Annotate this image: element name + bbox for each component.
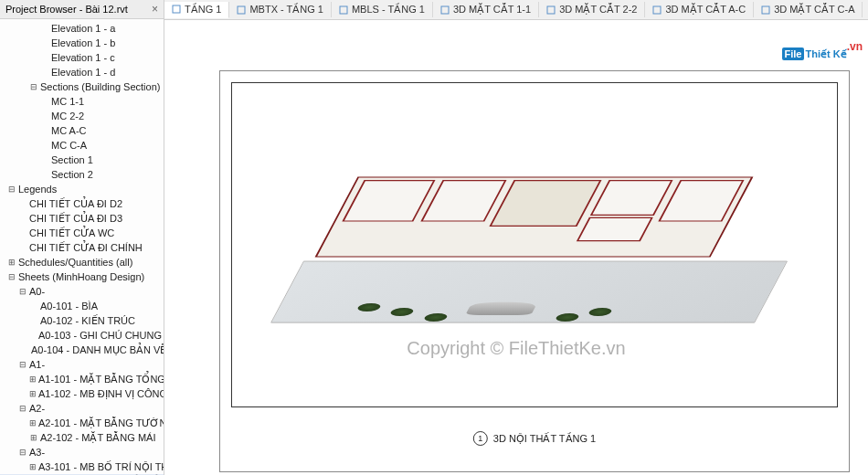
tree-item[interactable]: A0-103 - GHI CHÚ CHUNG xyxy=(0,328,164,343)
tree-item-label: A0-101 - BÌA xyxy=(40,300,98,312)
view-tab-label: MBTX - TẦNG 1 xyxy=(249,4,323,16)
project-browser-panel: Project Browser - Bài 12.rvt × Elevation… xyxy=(0,0,164,475)
view-tab-label: 3D MẶT CẮT 2-2 xyxy=(559,4,637,16)
floorplan-3d-render xyxy=(259,101,810,370)
svg-rect-3 xyxy=(441,6,449,14)
view-tab[interactable]: 3D View 3 xyxy=(863,3,868,17)
tree-item-label: CHI TIẾT CỦA ĐI D3 xyxy=(29,212,122,225)
tree-item[interactable]: A0-101 - BÌA xyxy=(0,299,164,313)
tree-item[interactable]: ⊟A2- xyxy=(0,401,164,416)
view-tab[interactable]: 3D MẶT CẮT 1-1 xyxy=(433,2,539,17)
tree-item-label: Legends xyxy=(18,183,57,195)
close-icon[interactable]: × xyxy=(152,3,158,16)
tree-item[interactable]: ⊞Schedules/Quantities (all) xyxy=(0,255,164,269)
expand-icon[interactable]: ⊞ xyxy=(29,417,37,429)
tree-item-label: A2-101 - MẶT BẰNG TƯỜNG XÂY TẦNG xyxy=(38,417,164,429)
view-title-text: 3D NỘI THẤT TẦNG 1 xyxy=(493,433,596,445)
view-title-marker: 1 xyxy=(473,431,488,446)
tree-item[interactable]: Elevation 1 - c xyxy=(0,50,164,65)
tree-item[interactable]: Section 1 xyxy=(0,153,164,167)
tree-item[interactable]: MC C-A xyxy=(0,138,164,153)
watermark-logo: FileThiết Kế.vn xyxy=(782,40,863,62)
tree-item-label: MC 2-2 xyxy=(51,110,84,122)
tree-item-label: Elevation 1 - d xyxy=(51,66,115,79)
tree-item-label: A2-102 - MẶT BẰNG MÁI xyxy=(40,431,155,444)
tree-item-label: Schedules/Quantities (all) xyxy=(18,256,132,269)
view-tab[interactable]: 3D MẶT CẮT A-C xyxy=(645,2,754,17)
svg-rect-1 xyxy=(238,6,245,14)
tree-item[interactable]: ⊟Legends xyxy=(0,182,164,196)
collapse-icon[interactable]: ⊟ xyxy=(18,358,27,371)
collapse-icon[interactable]: ⊟ xyxy=(7,270,16,283)
view-tab-icon xyxy=(652,5,662,15)
expand-icon[interactable]: ⊞ xyxy=(29,431,38,444)
view-tab-icon xyxy=(172,5,181,14)
tree-item[interactable]: Elevation 1 - b xyxy=(0,36,164,50)
sheet-frame: 1 3D NỘI THẤT TẦNG 1 xyxy=(219,70,850,472)
view-tab-label: 3D MẶT CẮT A-C xyxy=(665,4,746,16)
collapse-icon[interactable]: ⊟ xyxy=(7,183,16,195)
tree-item-label: A3- xyxy=(29,446,45,459)
tree-item[interactable]: ⊞A1-102 - MB ĐỊNH VỊ CÔNG TRÌNH xyxy=(0,386,164,401)
tree-item-label: Elevation 1 - b xyxy=(51,37,115,49)
expand-icon[interactable]: ⊞ xyxy=(29,460,37,473)
view-tab-icon xyxy=(440,5,450,15)
tree-item[interactable]: CHI TIẾT CỦA ĐI D3 xyxy=(0,211,164,226)
tree-item[interactable]: CHI TIẾT CỬA ĐI CHÍNH xyxy=(0,240,164,255)
view-tab-icon xyxy=(339,5,348,15)
tree-item-label: A3-101 - MB BỐ TRÍ NỘI THẤT TẦNG xyxy=(38,460,164,473)
tree-item-label: Section 2 xyxy=(51,168,93,181)
drawing-canvas[interactable]: FileThiết Kế.vn xyxy=(164,20,868,475)
collapse-icon[interactable]: ⊟ xyxy=(18,402,27,415)
tree-item[interactable]: Section 2 xyxy=(0,167,164,182)
expand-icon[interactable]: ⊞ xyxy=(7,256,16,269)
view-tab-label: 3D MẶT CẮT 1-1 xyxy=(453,4,531,16)
tree-item[interactable]: ⊞A2-101 - MẶT BẰNG TƯỜNG XÂY TẦNG xyxy=(0,416,164,430)
tree-item-label: CHI TIẾT CỬA WC xyxy=(29,227,114,239)
tree-item[interactable]: MC 2-2 xyxy=(0,109,164,123)
tree-item[interactable]: MC A-C xyxy=(0,123,164,138)
tree-item[interactable]: ⊟A3- xyxy=(0,445,164,459)
tree-item-label: MC A-C xyxy=(51,124,87,137)
tree-item[interactable]: ⊟Sections (Building Section) xyxy=(0,79,164,94)
tree-item[interactable]: A0-102 - KIẾN TRÚC xyxy=(0,313,164,328)
project-browser-header: Project Browser - Bài 12.rvt × xyxy=(0,0,164,19)
collapse-icon[interactable]: ⊟ xyxy=(18,446,27,459)
view-tab-label: TẦNG 1 xyxy=(185,4,221,16)
tree-item-label: A1-102 - MB ĐỊNH VỊ CÔNG TRÌNH xyxy=(38,387,164,400)
tree-item-label: CHI TIẾT CỦA ĐI D2 xyxy=(29,197,122,210)
svg-rect-6 xyxy=(762,6,769,14)
view-tab[interactable]: 3D MẶT CẮT 2-2 xyxy=(539,2,645,17)
tree-item[interactable]: ⊟A0- xyxy=(0,284,164,299)
tree-item[interactable]: MC 1-1 xyxy=(0,94,164,109)
tree-item-label: Elevation 1 - a xyxy=(51,22,115,35)
tree-item[interactable]: ⊟A1- xyxy=(0,357,164,372)
expand-icon[interactable]: ⊞ xyxy=(29,387,37,400)
tree-item[interactable]: ⊞A1-101 - MẶT BẰNG TỔNG THỂ xyxy=(0,372,164,386)
tree-item[interactable]: Elevation 1 - d xyxy=(0,65,164,79)
tree-item-label: A0- xyxy=(29,285,45,298)
tree-item[interactable]: A0-104 - DANH MỤC BẢN VẼ xyxy=(0,343,164,357)
view-tab[interactable]: MBTX - TẦNG 1 xyxy=(229,2,332,17)
tree-item[interactable]: Elevation 1 - a xyxy=(0,21,164,36)
tree-item[interactable]: ⊞A3-101 - MB BỐ TRÍ NỘI THẤT TẦNG xyxy=(0,459,164,474)
view-tab[interactable]: TẦNG 1 xyxy=(164,2,229,18)
tree-item-label: A0-103 - GHI CHÚ CHUNG xyxy=(38,329,162,342)
tree-item-label: A0-102 - KIẾN TRÚC xyxy=(40,314,135,327)
collapse-icon[interactable]: ⊟ xyxy=(29,80,38,93)
view-tab[interactable]: MBLS - TẦNG 1 xyxy=(332,2,433,17)
tree-item[interactable]: CHI TIẾT CỬA WC xyxy=(0,226,164,240)
viewport-border xyxy=(231,82,838,407)
view-tab[interactable]: 3D MẶT CẮT C-A xyxy=(754,2,863,17)
collapse-icon[interactable]: ⊟ xyxy=(18,285,27,298)
view-tab-label: 3D MẶT CẮT C-A xyxy=(774,4,854,16)
project-tree: Elevation 1 - aElevation 1 - bElevation … xyxy=(0,19,164,475)
tree-item[interactable]: ⊞A2-102 - MẶT BẰNG MÁI xyxy=(0,430,164,445)
tree-item[interactable]: ⊟Sheets (MinhHoang Design) xyxy=(0,269,164,284)
tree-item-label: A2- xyxy=(29,402,45,415)
tree-item[interactable]: CHI TIẾT CỦA ĐI D2 xyxy=(0,196,164,211)
tree-item-label: A1- xyxy=(29,358,45,371)
expand-icon[interactable]: ⊞ xyxy=(29,373,37,385)
view-title: 1 3D NỘI THẤT TẦNG 1 xyxy=(473,431,596,446)
tree-item-label: MC C-A xyxy=(51,139,87,152)
